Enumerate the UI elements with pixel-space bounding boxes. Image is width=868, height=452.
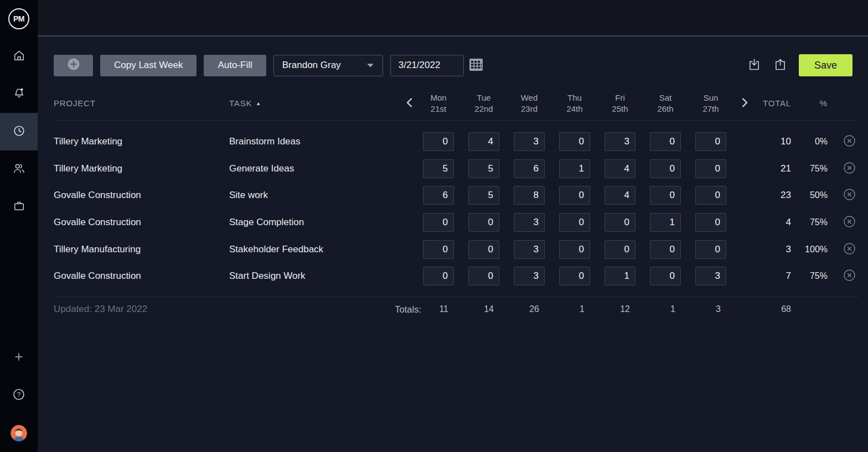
import-button[interactable] [747, 57, 762, 74]
hours-input[interactable] [604, 240, 636, 259]
delete-row-button[interactable] [843, 242, 856, 257]
copy-last-week-button[interactable]: Copy Last Week [100, 55, 197, 76]
hours-input[interactable] [423, 267, 454, 285]
previous-week-button[interactable] [405, 97, 414, 110]
hours-input[interactable] [650, 240, 681, 259]
delete-row-button[interactable] [843, 188, 856, 203]
hours-input[interactable] [468, 132, 499, 151]
day-column-header: Sat26th [643, 92, 688, 115]
hours-input[interactable] [695, 267, 726, 285]
sidebar-item-portfolio[interactable] [0, 188, 38, 226]
day-total: 1 [552, 304, 597, 314]
hours-input[interactable] [468, 159, 499, 178]
row-total: 23 [756, 190, 802, 201]
hours-input[interactable] [423, 132, 454, 151]
hours-input[interactable] [514, 159, 545, 178]
total-column-header: TOTAL [756, 98, 802, 108]
sidebar-item-add[interactable] [0, 339, 38, 377]
user-select[interactable]: Brandon Gray [273, 55, 383, 76]
table-row: Govalle Construction Site work 23 50% [54, 182, 859, 209]
hours-input[interactable] [468, 213, 499, 232]
hours-input[interactable] [650, 186, 681, 205]
table-row: Tillery Marketing Brainstorm Ideas 10 0% [54, 128, 859, 155]
hours-input[interactable] [604, 186, 636, 205]
sidebar-item-home[interactable] [0, 38, 38, 75]
circle-plus-icon [66, 56, 81, 75]
task-cell: Stage Completion [229, 217, 402, 228]
hours-input[interactable] [468, 186, 499, 205]
project-cell: Tillery Marketing [54, 163, 229, 174]
save-button[interactable]: Save [799, 54, 852, 76]
hours-input[interactable] [650, 159, 681, 178]
task-column-header[interactable]: TASK ▲ [229, 98, 402, 108]
hours-input[interactable] [695, 213, 726, 232]
hours-input[interactable] [559, 213, 590, 232]
delete-row-button[interactable] [843, 134, 856, 149]
hours-input[interactable] [468, 267, 499, 285]
hours-input[interactable] [695, 186, 726, 205]
date-input[interactable] [390, 55, 464, 76]
updated-timestamp: Updated: 23 Mar 2022 [54, 304, 229, 315]
next-week-button[interactable] [741, 97, 749, 110]
hours-input[interactable] [604, 267, 636, 285]
hours-input[interactable] [468, 240, 499, 259]
top-bar [38, 0, 868, 37]
upload-icon [773, 57, 788, 74]
sidebar-item-help[interactable]: ? [0, 377, 38, 414]
hours-input[interactable] [650, 213, 681, 232]
task-cell: Brainstorm Ideas [229, 136, 402, 147]
calendar-button[interactable] [469, 58, 483, 73]
hours-input[interactable] [559, 240, 590, 259]
hours-input[interactable] [514, 186, 545, 205]
hours-input[interactable] [695, 159, 726, 178]
home-icon [12, 49, 26, 65]
task-cell: Generate Ideas [229, 163, 402, 174]
help-icon: ? [12, 387, 26, 404]
download-icon [747, 57, 762, 74]
export-button[interactable] [773, 57, 788, 74]
day-total: 3 [688, 304, 733, 314]
sidebar-item-timesheets[interactable] [0, 113, 38, 150]
delete-row-button[interactable] [843, 161, 856, 176]
hours-input[interactable] [423, 186, 454, 205]
hours-input[interactable] [423, 213, 454, 232]
hours-input[interactable] [695, 132, 726, 151]
circle-x-icon [843, 215, 856, 230]
hours-input[interactable] [514, 267, 545, 285]
hours-input[interactable] [559, 132, 590, 151]
hours-input[interactable] [423, 240, 454, 259]
delete-row-button[interactable] [843, 215, 856, 230]
auto-fill-button[interactable]: Auto-Fill [204, 55, 266, 76]
hours-input[interactable] [695, 240, 726, 259]
row-total: 3 [756, 244, 802, 255]
hours-input[interactable] [650, 267, 681, 285]
hours-input[interactable] [559, 267, 590, 285]
sidebar-item-team[interactable] [0, 150, 38, 188]
sidebar-item-profile[interactable] [0, 414, 38, 452]
hours-input[interactable] [559, 186, 590, 205]
sidebar-item-notifications[interactable] [0, 75, 38, 113]
calendar-grid-icon [469, 58, 483, 73]
hours-input[interactable] [514, 132, 545, 151]
hours-input[interactable] [514, 240, 545, 259]
hours-input[interactable] [604, 159, 636, 178]
plus-icon [13, 351, 25, 365]
sidebar: PM [0, 0, 38, 452]
hours-input[interactable] [514, 213, 545, 232]
app-logo[interactable]: PM [0, 0, 38, 38]
delete-row-button[interactable] [843, 268, 856, 284]
day-total: 26 [507, 304, 552, 314]
add-entry-button[interactable] [54, 55, 93, 76]
hours-input[interactable] [604, 213, 636, 232]
row-total: 10 [756, 136, 802, 147]
day-total: 1 [643, 304, 688, 314]
hours-input[interactable] [559, 159, 590, 178]
hours-input[interactable] [423, 159, 454, 178]
hours-input[interactable] [604, 132, 636, 151]
day-column-header: Wed23rd [507, 92, 552, 115]
row-total: 21 [756, 163, 802, 174]
circle-x-icon [843, 161, 856, 176]
totals-label: Totals: [229, 304, 421, 315]
hours-input[interactable] [650, 132, 681, 151]
sort-ascending-icon: ▲ [256, 101, 261, 106]
